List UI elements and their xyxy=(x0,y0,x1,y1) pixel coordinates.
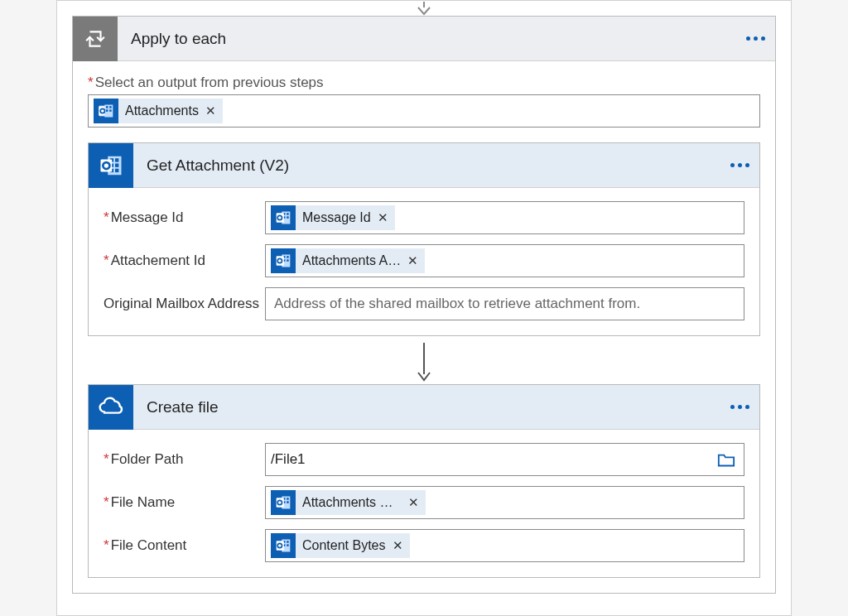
file-content-input[interactable]: Content Bytes ✕ xyxy=(265,529,744,562)
ellipsis-icon xyxy=(730,405,749,409)
attachment-id-input[interactable]: Attachments A… ✕ xyxy=(265,244,744,277)
token-remove-icon[interactable]: ✕ xyxy=(408,495,419,510)
apply-to-each-header[interactable]: Apply to each xyxy=(73,17,775,61)
create-file-menu-button[interactable] xyxy=(720,385,759,430)
svg-rect-5 xyxy=(109,109,112,112)
token-remove-icon[interactable]: ✕ xyxy=(205,103,216,118)
svg-rect-13 xyxy=(115,168,118,171)
ellipsis-icon xyxy=(746,36,765,41)
file-content-label: *File Content xyxy=(104,537,265,554)
onedrive-icon xyxy=(89,385,133,430)
svg-rect-3 xyxy=(109,106,112,108)
svg-rect-42 xyxy=(287,544,289,546)
create-file-card[interactable]: Create file *Folder Path /File1 xyxy=(88,384,760,578)
apply-to-each-menu-button[interactable] xyxy=(735,17,775,61)
svg-rect-33 xyxy=(287,498,289,500)
get-attachment-card[interactable]: Get Attachment (V2) *Message Id xyxy=(88,142,760,336)
token-remove-icon[interactable]: ✕ xyxy=(407,253,418,268)
apply-to-each-body: *Select an output from previous steps At… xyxy=(73,61,775,593)
token-attachment-id[interactable]: Attachments A… ✕ xyxy=(271,248,425,273)
file-name-label: *File Name xyxy=(104,494,265,511)
output-label: *Select an output from previous steps xyxy=(88,75,760,91)
create-file-header[interactable]: Create file xyxy=(89,385,759,430)
get-attachment-header[interactable]: Get Attachment (V2) xyxy=(89,143,759,188)
outlook-icon xyxy=(271,248,296,273)
message-id-input[interactable]: Message Id ✕ xyxy=(265,201,744,234)
mailbox-address-input[interactable]: Address of the shared mailbox to retriev… xyxy=(265,287,744,320)
svg-rect-4 xyxy=(106,109,108,112)
attachment-id-label: *Attachement Id xyxy=(104,253,265,269)
outlook-icon xyxy=(271,490,296,515)
apply-to-each-card[interactable]: Apply to each *Select an output from pre… xyxy=(72,16,776,594)
folder-picker-icon[interactable] xyxy=(717,452,735,467)
loop-icon xyxy=(73,17,118,61)
get-attachment-title: Get Attachment (V2) xyxy=(133,156,720,175)
svg-rect-40 xyxy=(287,541,289,543)
output-input[interactable]: Attachments ✕ xyxy=(88,94,760,128)
outlook-icon xyxy=(271,205,296,230)
file-name-input[interactable]: Attachments N… ✕ xyxy=(265,486,744,519)
outlook-icon xyxy=(89,143,133,188)
create-file-body: *Folder Path /File1 *File Name xyxy=(89,430,759,577)
token-message-id[interactable]: Message Id ✕ xyxy=(271,205,395,230)
folder-path-input[interactable]: /File1 xyxy=(265,443,744,476)
svg-rect-35 xyxy=(287,501,289,503)
token-remove-icon[interactable]: ✕ xyxy=(378,210,388,225)
svg-rect-9 xyxy=(115,158,118,161)
message-id-label: *Message Id xyxy=(104,209,265,226)
get-attachment-menu-button[interactable] xyxy=(720,143,759,188)
connector-arrow xyxy=(88,336,760,384)
get-attachment-body: *Message Id Message Id ✕ xyxy=(89,188,759,335)
outlook-icon xyxy=(271,533,296,558)
connector-arrow-top xyxy=(412,1,436,16)
svg-rect-20 xyxy=(287,216,289,219)
folder-path-label: *Folder Path xyxy=(104,451,265,468)
token-remove-icon[interactable]: ✕ xyxy=(393,538,403,553)
outlook-icon xyxy=(94,99,118,123)
svg-rect-2 xyxy=(106,106,108,108)
svg-rect-25 xyxy=(287,256,289,258)
create-file-title: Create file xyxy=(133,398,720,416)
flow-canvas: Apply to each *Select an output from pre… xyxy=(56,0,792,616)
svg-rect-18 xyxy=(287,213,289,215)
svg-rect-11 xyxy=(115,163,118,166)
token-file-content[interactable]: Content Bytes ✕ xyxy=(271,533,410,558)
svg-rect-27 xyxy=(287,259,289,262)
token-attachments[interactable]: Attachments ✕ xyxy=(94,99,223,123)
svg-rect-1 xyxy=(104,105,113,118)
ellipsis-icon xyxy=(730,163,749,167)
apply-to-each-title: Apply to each xyxy=(118,30,735,48)
mailbox-address-label: Original Mailbox Address xyxy=(104,296,265,312)
token-file-name[interactable]: Attachments N… ✕ xyxy=(271,490,426,515)
